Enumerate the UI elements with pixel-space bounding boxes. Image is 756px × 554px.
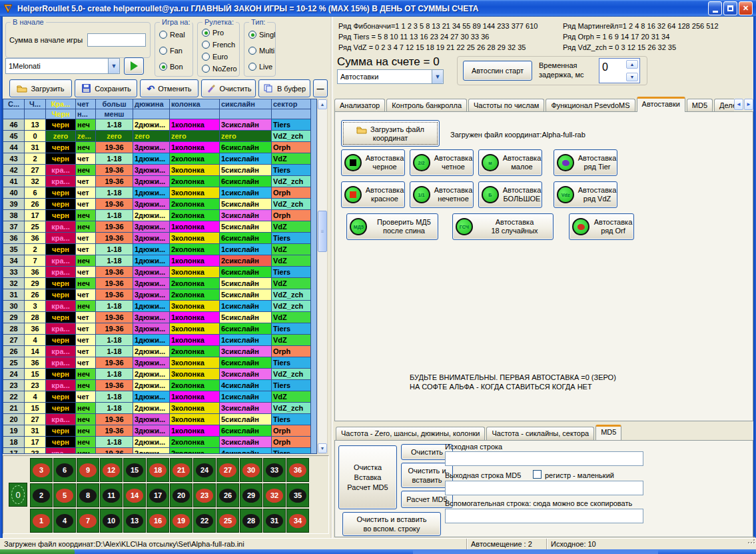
board-number-10[interactable]: 10 <box>100 509 123 533</box>
scroll-up-icon[interactable]: ▲ <box>318 99 327 109</box>
bottom-tab-2[interactable]: Частота - сиклайны, сектора <box>486 427 594 440</box>
maximize-button[interactable] <box>723 1 737 15</box>
check-md5-after-spin-button[interactable]: МД5Проверить МД5после спина <box>346 213 438 240</box>
table-row[interactable]: 2928чернчет19-363дюжи...1колонка5сикслай… <box>3 312 316 323</box>
autostake-row-tier-button[interactable]: Автоставкаряд Tier <box>554 149 617 176</box>
header-cell[interactable]: больш <box>96 99 133 109</box>
table-row[interactable]: 274чернчет1-181дюжи...1колонка1сикслайнV… <box>3 335 316 346</box>
radio-option-bon[interactable]: Bon <box>159 63 190 71</box>
table-scrollbar[interactable]: ▲ ≡ ▼ <box>317 99 328 454</box>
chevron-down-icon[interactable]: ▼ <box>432 70 443 83</box>
board-number-21[interactable]: 21 <box>170 458 192 482</box>
table-row[interactable]: 2536кра...чет19-363дюжи...3колонка6сиксл… <box>3 357 316 369</box>
source-string-input[interactable] <box>445 451 643 466</box>
board-number-23[interactable]: 23 <box>193 483 216 507</box>
copy-buffer-button[interactable]: В буфер <box>258 79 310 97</box>
board-number-0[interactable]: 0 <box>9 483 27 507</box>
table-row[interactable]: 4132кра...чет19-363дюжи...2колонка6сиксл… <box>3 176 316 187</box>
table-row[interactable]: 1931черннеч19-363дюжи...1колонка6сикслай… <box>3 425 316 437</box>
table-row[interactable]: 4431черннеч19-363дюжи...1колонка6сикслай… <box>3 142 316 153</box>
table-row[interactable]: 3636кра...чет19-363дюжи...3колонка6сиксл… <box>3 233 316 244</box>
autostake-red-button[interactable]: Автоставкакрасное <box>341 181 405 208</box>
autostake-big-button[interactable]: БАвтоставкаБОЛЬШОЕ <box>478 181 542 208</box>
table-row[interactable]: 2115черннеч1-182дюжи...3колонка3сикслайн… <box>3 403 316 414</box>
resize-grip[interactable] <box>748 537 755 543</box>
table-row[interactable]: 2415черннеч1-182дюжи...3колонка3сикслайн… <box>3 369 316 380</box>
radio-option-fan[interactable]: Fan <box>159 47 190 55</box>
table-row[interactable]: 3229черннеч19-363дюжи...2колонка5сикслай… <box>3 278 316 289</box>
main-tab-1[interactable]: Анализатор <box>334 99 385 112</box>
table-row[interactable]: 352чернчет1-181дюжи...2колонка1сикслайнV… <box>3 244 316 255</box>
header-cell[interactable]: С... <box>3 99 25 109</box>
spinner-up-icon[interactable]: ▲ <box>626 60 638 69</box>
board-number-8[interactable]: 8 <box>77 483 99 507</box>
radio-option-singl[interactable]: Singl <box>248 31 272 39</box>
board-number-7[interactable]: 7 <box>77 509 99 533</box>
header-cell[interactable] <box>272 109 311 119</box>
header-cell[interactable]: сикслайн <box>220 99 272 109</box>
load-button[interactable]: Загрузить <box>9 79 72 97</box>
table-row[interactable]: 4227кра...неч19-363дюжи...3колонка5сиксл… <box>3 165 316 176</box>
delay-spinner[interactable]: 0 ▲ ▼ <box>599 58 640 83</box>
save-button[interactable]: Сохранить <box>75 79 137 97</box>
header-cell[interactable] <box>170 109 220 119</box>
md5-output-input[interactable] <box>445 481 643 495</box>
collapse-button[interactable]: — <box>313 79 328 97</box>
header-cell[interactable]: Черн <box>46 109 76 119</box>
radio-option-french[interactable]: French <box>202 41 236 49</box>
board-number-9[interactable]: 9 <box>77 458 99 482</box>
clear-button[interactable]: Очистить <box>201 79 256 97</box>
register-checkbox[interactable] <box>533 470 542 479</box>
table-row[interactable]: 1723кра...неч19-362дюжи...2колонка4сиксл… <box>3 448 316 454</box>
board-number-16[interactable]: 16 <box>147 509 169 533</box>
board-number-12[interactable]: 12 <box>100 458 123 482</box>
table-row[interactable]: 2027кра...неч19-363дюжи...3колонка5сиксл… <box>3 414 316 425</box>
radio-option-pro[interactable]: Pro <box>202 29 236 37</box>
radio-option-live[interactable]: Live <box>248 63 272 71</box>
autostake-odd-button[interactable]: 1/1Автоставканечетное <box>410 181 474 208</box>
board-number-34[interactable]: 34 <box>286 509 309 533</box>
start-button[interactable] <box>0 549 75 554</box>
table-row[interactable]: 2614кра...чет1-182дюжи...2колонка3сиксла… <box>3 346 316 357</box>
board-number-27[interactable]: 27 <box>216 458 239 482</box>
table-row[interactable]: 432чернчет1-181дюжи...2колонка1сикслайнV… <box>3 153 316 165</box>
spinner-down-icon[interactable]: ▼ <box>626 73 638 81</box>
header-cell[interactable]: н... <box>76 109 96 119</box>
run-strategy-button[interactable] <box>124 57 144 75</box>
load-coords-file-button[interactable]: Загрузить файл координат <box>341 120 440 147</box>
header-cell[interactable] <box>3 109 25 119</box>
scroll-down-icon[interactable]: ▼ <box>318 443 327 453</box>
start-sum-input[interactable] <box>87 33 146 47</box>
autostake-even-button[interactable]: 2/2Автоставкачетное <box>410 149 474 176</box>
header-cell[interactable] <box>25 109 46 119</box>
board-number-1[interactable]: 1 <box>30 509 53 533</box>
header-cell[interactable]: менш <box>96 109 133 119</box>
table-row[interactable]: 4613черннеч1-182дюжи...1колонка3сикслайн… <box>3 119 316 131</box>
table-row[interactable]: 1817черннеч1-182дюжи...2колонка3сикслайн… <box>3 437 316 448</box>
table-row[interactable]: 3336кра...чет19-363дюжи...3колонка6сиксл… <box>3 267 316 278</box>
table-row[interactable]: 2323кра...неч19-362дюжи...2колонка4сиксл… <box>3 380 316 391</box>
table-row[interactable]: 406чернчет1-181дюжи...3колонка1сикслайнO… <box>3 187 316 199</box>
board-number-6[interactable]: 6 <box>53 458 76 482</box>
board-number-26[interactable]: 26 <box>216 483 239 507</box>
table-row[interactable]: 3817черннеч1-182дюжи...2колонка3сикслайн… <box>3 210 316 221</box>
table-row[interactable]: 450zeroze...zerozerozerozeroVdZ_zch <box>3 131 316 142</box>
scrollbar-thumb[interactable]: ≡ <box>318 211 327 252</box>
main-tab-4[interactable]: Функционал PsevdoMS <box>546 99 635 112</box>
table-row[interactable]: 303кра...неч1-181дюжи...3колонка1сикслай… <box>3 301 316 312</box>
title-bar[interactable]: HelperRoullet 5.0- create helperroullet@… <box>0 0 756 17</box>
board-number-11[interactable]: 11 <box>100 483 123 507</box>
table-row[interactable]: 3725кра...неч19-363дюжи...1колонка5сиксл… <box>3 221 316 233</box>
radio-option-real[interactable]: Real <box>159 31 190 39</box>
board-number-32[interactable]: 32 <box>263 483 286 507</box>
board-number-22[interactable]: 22 <box>193 509 216 533</box>
board-number-36[interactable]: 36 <box>286 458 309 482</box>
minimize-button[interactable] <box>708 1 722 15</box>
radio-option-nozero[interactable]: NoZero <box>202 65 236 73</box>
autospin-start-button[interactable]: Автоспин старт <box>463 61 532 81</box>
tab-scroll-right-icon[interactable]: ► <box>744 99 753 110</box>
board-number-5[interactable]: 5 <box>53 483 76 507</box>
aux-string-input[interactable] <box>445 509 643 523</box>
board-number-17[interactable]: 17 <box>147 483 169 507</box>
board-number-15[interactable]: 15 <box>123 458 146 482</box>
